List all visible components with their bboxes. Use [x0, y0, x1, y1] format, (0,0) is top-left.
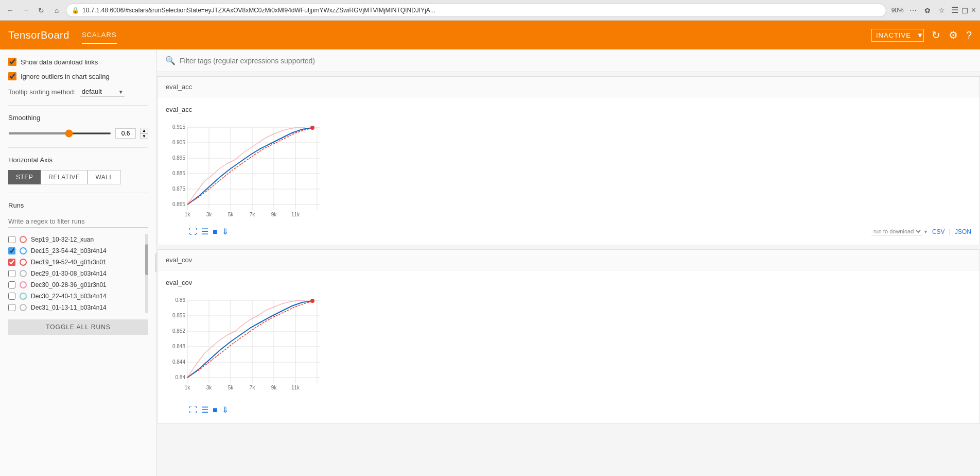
- svg-text:0.865: 0.865: [172, 201, 185, 207]
- runs-filter-input[interactable]: [8, 215, 148, 228]
- help-icon[interactable]: ?: [966, 29, 972, 41]
- refresh-icon[interactable]: ↻: [932, 29, 940, 41]
- divider-2: [8, 147, 148, 148]
- runs-list-wrapper: Sep19_10-32-12_xuan Dec15_23-54-42_b03r4…: [8, 234, 148, 313]
- svg-text:3k: 3k: [206, 212, 213, 217]
- json-download-link[interactable]: JSON: [955, 228, 971, 235]
- home-button[interactable]: ⌂: [50, 4, 63, 16]
- eval-cov-chart: 0.86 0.856 0.852 0.848 0.844 0.84: [166, 293, 325, 401]
- download-chevron-icon: ▼: [923, 229, 928, 234]
- smoothing-value-input[interactable]: [115, 128, 136, 139]
- axis-step-btn[interactable]: STEP: [8, 170, 41, 184]
- ignore-outliers-label: Ignore outliers in chart scaling: [21, 73, 110, 80]
- download-icon[interactable]: ⇓: [222, 227, 229, 236]
- forward-button[interactable]: →: [20, 4, 32, 16]
- scalars-nav[interactable]: SCALARS: [82, 27, 117, 44]
- filter-tags-input[interactable]: [180, 57, 972, 65]
- smoothing-up-btn[interactable]: ▲: [140, 128, 148, 133]
- runs-title: Runs: [8, 201, 148, 209]
- show-download-label: Show data download links: [21, 58, 98, 66]
- eval-acc-chart-title: eval_acc: [166, 106, 971, 113]
- header-right: INACTIVE ▼ ↻ ⚙ ?: [871, 29, 972, 42]
- extensions-icon: ☰: [951, 5, 958, 15]
- run-to-download-select[interactable]: run to download: [871, 228, 922, 235]
- run-checkbox-dec15[interactable]: [8, 247, 15, 254]
- close-icon: ×: [971, 6, 976, 15]
- sidebar: ▶ Show data download links Ignore outlie…: [0, 49, 157, 476]
- svg-text:0.852: 0.852: [172, 328, 185, 334]
- svg-text:0.856: 0.856: [172, 313, 185, 318]
- browser-action-buttons: ⋯ ✿ ☆: [907, 4, 948, 16]
- show-download-checkbox[interactable]: [8, 58, 16, 66]
- svg-text:11k: 11k: [291, 385, 300, 390]
- runs-scrollbar[interactable]: [145, 234, 148, 313]
- ignore-outliers-checkbox[interactable]: [8, 72, 16, 80]
- legend-icon[interactable]: ☰: [201, 227, 208, 236]
- zoom-icon[interactable]: ■: [213, 227, 218, 236]
- run-color-dec30a: [20, 281, 27, 288]
- eval-acc-section: eval_acc eval_acc 0.915 0.905 0.895 0.88…: [157, 76, 980, 245]
- svg-point-19: [310, 126, 314, 130]
- run-name-dec29: Dec29_01-30-08_b03r4n14: [31, 270, 107, 277]
- run-color-dec30b: [20, 293, 27, 300]
- reload-button[interactable]: ↻: [35, 4, 47, 16]
- eval-acc-svg: 0.915 0.905 0.895 0.885 0.875 0.865: [166, 120, 325, 223]
- tensorboard-logo: TensorBoard: [8, 29, 69, 41]
- status-select[interactable]: INACTIVE: [871, 29, 924, 42]
- divider-1: [8, 105, 148, 106]
- eval-cov-section-header: eval_cov: [157, 250, 979, 270]
- run-item: Dec19_19-52-40_g01r3n01: [8, 257, 148, 268]
- run-checkbox-dec19[interactable]: [8, 259, 15, 266]
- runs-scrollbar-thumb[interactable]: [145, 244, 148, 275]
- svg-text:1k: 1k: [185, 212, 191, 217]
- svg-text:5k: 5k: [228, 212, 234, 217]
- smoothing-down-btn[interactable]: ▼: [140, 133, 148, 139]
- run-name-dec19: Dec19_19-52-40_g01r3n01: [31, 259, 107, 266]
- run-checkbox-dec29[interactable]: [8, 270, 15, 277]
- pocket-button[interactable]: ✿: [921, 4, 934, 16]
- toggle-all-runs-btn[interactable]: TOGGLE ALL RUNS: [8, 319, 148, 335]
- svg-text:0.875: 0.875: [172, 186, 185, 192]
- expand-icon-cov[interactable]: ⛶: [189, 405, 197, 415]
- run-color-dec31: [20, 304, 27, 311]
- expand-icon[interactable]: ⛶: [189, 227, 197, 236]
- run-checkbox-dec30b[interactable]: [8, 293, 15, 300]
- svg-text:1k: 1k: [185, 385, 191, 390]
- eval-cov-section: eval_cov eval_cov 0.86 0.856 0.852 0.848…: [157, 249, 980, 423]
- run-color-dec15: [20, 247, 27, 254]
- smoothing-slider[interactable]: [8, 132, 111, 134]
- run-checkbox-dec31[interactable]: [8, 304, 15, 311]
- tooltip-chevron-icon: ▼: [118, 89, 124, 95]
- zoom-icon-cov[interactable]: ■: [213, 405, 218, 415]
- star-button[interactable]: ☆: [936, 4, 948, 16]
- csv-download-link[interactable]: CSV: [932, 228, 945, 235]
- back-button[interactable]: ←: [4, 4, 16, 16]
- eval-acc-actions: ⛶ ☰ ■ ⇓ run to download ▼ CSV | JSON: [166, 227, 971, 236]
- run-name-sep19: Sep19_10-32-12_xuan: [31, 236, 94, 243]
- address-bar[interactable]: 🔒 10.7.1.48:6006/#scalars&runSelectionSt…: [66, 4, 886, 17]
- link-separator: |: [949, 228, 951, 235]
- svg-point-45: [310, 299, 314, 303]
- svg-text:0.848: 0.848: [172, 344, 185, 349]
- run-checkbox-dec30a[interactable]: [8, 281, 15, 288]
- sidebar-collapse-btn[interactable]: ▶: [155, 253, 157, 272]
- eval-acc-card: eval_acc 0.915 0.905 0.895 0.885 0.875 0…: [157, 97, 979, 245]
- legend-icon-cov[interactable]: ☰: [201, 405, 208, 415]
- run-item: Dec30_00-28-36_g01r3n01: [8, 279, 148, 291]
- run-color-dec29: [20, 270, 27, 277]
- eval-cov-actions: ⛶ ☰ ■ ⇓: [166, 405, 971, 415]
- axis-relative-btn[interactable]: RELATIVE: [41, 170, 87, 184]
- main-layout: ▶ Show data download links Ignore outlie…: [0, 49, 980, 476]
- run-item: Dec29_01-30-08_b03r4n14: [8, 268, 148, 279]
- run-checkbox-sep19[interactable]: [8, 236, 15, 243]
- axis-wall-btn[interactable]: WALL: [87, 170, 120, 184]
- download-icon-cov[interactable]: ⇓: [222, 405, 229, 415]
- run-to-download: run to download ▼: [871, 228, 928, 235]
- more-button[interactable]: ⋯: [907, 4, 919, 16]
- eval-cov-svg: 0.86 0.856 0.852 0.848 0.844 0.84: [166, 293, 325, 401]
- tensorboard-header: TensorBoard SCALARS INACTIVE ▼ ↻ ⚙ ?: [0, 21, 980, 49]
- settings-icon[interactable]: ⚙: [949, 29, 958, 41]
- run-item: Dec15_23-54-42_b03r4n14: [8, 245, 148, 257]
- tooltip-select[interactable]: default ascending descending: [80, 87, 125, 97]
- content-area: 🔍 eval_acc eval_acc 0.915 0.905 0.895 0.…: [157, 49, 980, 476]
